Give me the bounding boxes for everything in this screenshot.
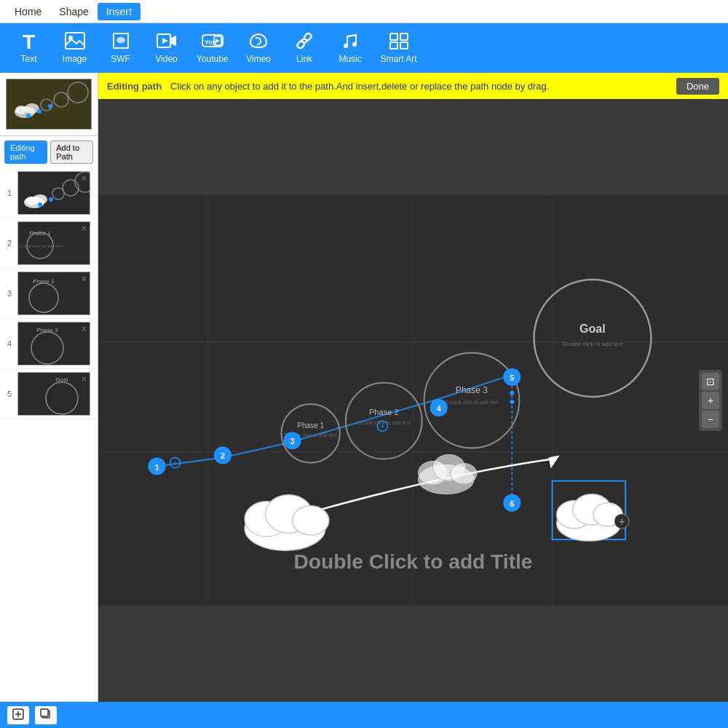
slide-list: 1 × xyxy=(0,168,98,702)
editing-path-label: Editing path xyxy=(107,81,162,92)
swf-icon xyxy=(111,32,131,52)
zoom-in-button[interactable]: + xyxy=(702,392,719,409)
slide-close-2[interactable]: × xyxy=(82,223,87,234)
slide-close-5[interactable]: × xyxy=(82,374,87,384)
tool-swf[interactable]: SWF xyxy=(100,29,141,67)
slide-thumb[interactable]: Goal × xyxy=(17,372,90,416)
svg-text:+: + xyxy=(619,515,625,527)
svg-point-10 xyxy=(352,42,357,47)
svg-text:3: 3 xyxy=(290,437,294,446)
menu-insert[interactable]: Insert xyxy=(98,3,141,20)
main-content: Editing path Add to Path 1 xyxy=(0,73,728,702)
tool-vimeo[interactable]: Vimeo xyxy=(239,29,279,67)
copy-slide-button[interactable] xyxy=(35,706,57,724)
slide-number: 2 xyxy=(4,239,15,248)
tool-youtube[interactable]: You Youtube xyxy=(192,29,233,67)
svg-text:Double click to add text: Double click to add text xyxy=(562,341,623,347)
svg-point-9 xyxy=(344,44,348,48)
svg-text:4: 4 xyxy=(437,404,442,413)
svg-text:+: + xyxy=(380,422,384,430)
svg-text:Double click to add text: Double click to add text xyxy=(18,244,63,248)
svg-point-29 xyxy=(25,197,37,205)
zoom-out-button[interactable]: − xyxy=(702,411,719,428)
slide-thumb[interactable]: × xyxy=(17,171,90,215)
zoom-controls: ⊡ + − xyxy=(699,370,722,431)
svg-point-25 xyxy=(48,104,52,108)
svg-text:Double Click to add Title: Double Click to add Title xyxy=(293,550,532,573)
canvas-svg: Phase 1 Double click to add text Phase 2… xyxy=(98,99,728,702)
list-item: 5 Goal × xyxy=(0,369,98,419)
editing-path-message: Click on any object to add it to the pat… xyxy=(170,81,676,92)
preview-thumb xyxy=(6,79,92,130)
slide-thumb[interactable]: Phase 3 × xyxy=(17,322,90,365)
music-label: Music xyxy=(339,54,361,64)
tool-image[interactable]: Image xyxy=(55,29,95,67)
smart-art-label: Smart Art xyxy=(381,54,417,64)
svg-text:Phase 1: Phase 1 xyxy=(29,230,51,237)
video-label: Video xyxy=(155,54,177,64)
vimeo-icon xyxy=(248,32,269,52)
svg-text:5: 5 xyxy=(510,373,514,382)
swf-label: SWF xyxy=(111,54,130,64)
svg-point-23 xyxy=(26,114,31,118)
sidebar: Editing path Add to Path 1 xyxy=(0,73,98,702)
slide-close-4[interactable]: × xyxy=(82,324,87,334)
list-item: 1 × xyxy=(0,168,98,218)
svg-line-11 xyxy=(347,35,356,36)
slide-thumb[interactable]: Phase 1 Double click to add text × xyxy=(17,221,90,265)
svg-point-33 xyxy=(38,202,42,207)
svg-text:+: + xyxy=(173,459,178,467)
tool-smart-art[interactable]: Smart Art xyxy=(376,29,422,67)
svg-rect-26 xyxy=(18,172,90,215)
svg-text:Phase 1: Phase 1 xyxy=(297,422,324,430)
svg-point-98 xyxy=(510,400,514,404)
image-icon xyxy=(65,32,85,52)
svg-point-97 xyxy=(510,391,514,395)
svg-point-24 xyxy=(37,109,41,114)
text-label: Text xyxy=(20,54,36,64)
tool-text[interactable]: T Text xyxy=(9,29,49,67)
svg-marker-8 xyxy=(215,39,220,43)
slide-number: 1 xyxy=(4,189,15,197)
svg-text:Phase 2: Phase 2 xyxy=(369,408,399,416)
bottom-bar xyxy=(0,702,728,728)
svg-text:Goal: Goal xyxy=(579,322,606,335)
svg-point-34 xyxy=(49,197,53,202)
canvas-area: Editing path Click on any object to add … xyxy=(98,73,728,702)
editing-banner: Editing path Click on any object to add … xyxy=(98,73,728,99)
tool-music[interactable]: Music xyxy=(331,29,371,67)
done-button[interactable]: Done xyxy=(676,78,719,95)
svg-point-71 xyxy=(293,506,329,535)
music-icon xyxy=(340,32,360,52)
tool-link[interactable]: Link xyxy=(285,29,325,67)
slide-close-1[interactable]: × xyxy=(82,173,87,183)
tab-add-to-path[interactable]: Add to Path xyxy=(50,141,93,164)
toolbar: T Text Image SWF xyxy=(0,23,728,73)
menu-home[interactable]: Home xyxy=(6,3,50,20)
svg-point-75 xyxy=(451,464,477,484)
tab-editing-path[interactable]: Editing path xyxy=(4,141,47,164)
video-icon xyxy=(157,32,177,52)
text-icon: T xyxy=(23,32,35,52)
list-item: 3 Phase 2 × xyxy=(0,269,98,319)
link-label: Link xyxy=(296,54,312,64)
list-item: 2 Phase 1 Double click to add text × xyxy=(0,218,98,269)
zoom-fit-button[interactable]: ⊡ xyxy=(702,373,719,390)
vimeo-label: Vimeo xyxy=(246,54,271,64)
svg-text:Double click to add text: Double click to add text xyxy=(446,400,499,405)
slide-number: 3 xyxy=(4,289,15,298)
image-label: Image xyxy=(63,54,87,64)
svg-text:6: 6 xyxy=(510,499,514,508)
slide-close-3[interactable]: × xyxy=(82,274,87,284)
menu-shape[interactable]: Shape xyxy=(50,3,97,20)
svg-text:1: 1 xyxy=(154,463,159,472)
tool-video[interactable]: Video xyxy=(146,29,186,67)
svg-rect-106 xyxy=(41,709,48,716)
add-slide-button[interactable] xyxy=(7,706,29,724)
svg-text:2: 2 xyxy=(221,451,225,460)
canvas-inner[interactable]: Phase 1 Double click to add text Phase 2… xyxy=(98,99,728,702)
svg-point-18 xyxy=(25,103,39,114)
menu-bar: Home Shape Insert xyxy=(0,0,728,23)
svg-point-19 xyxy=(15,106,27,114)
slide-thumb[interactable]: Phase 2 × xyxy=(17,272,90,315)
